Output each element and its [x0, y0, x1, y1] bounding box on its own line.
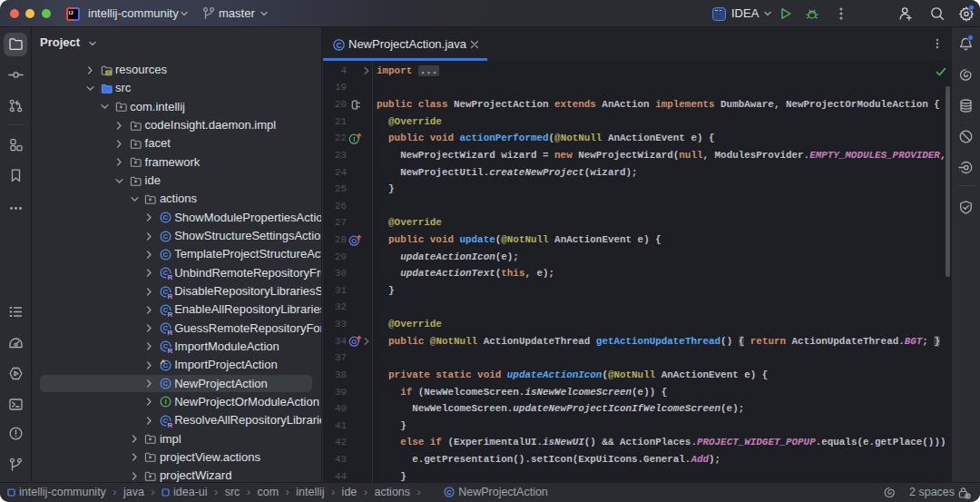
- svg-text:C: C: [162, 379, 168, 388]
- svg-text:C: C: [446, 488, 452, 497]
- svg-text:R: R: [167, 348, 172, 356]
- svg-text:I: I: [353, 135, 355, 143]
- svg-text:R: R: [167, 329, 172, 337]
- svg-text:R: R: [167, 292, 172, 300]
- svg-text:O: O: [351, 237, 357, 245]
- svg-text:I: I: [164, 399, 166, 407]
- svg-text:C: C: [336, 41, 341, 50]
- svg-text:R: R: [167, 273, 172, 281]
- svg-text:C: C: [162, 213, 168, 221]
- svg-text:C: C: [162, 361, 168, 369]
- svg-text:C: C: [162, 232, 168, 241]
- svg-text:C: C: [162, 251, 168, 259]
- svg-text:R: R: [167, 310, 172, 319]
- svg-text:R: R: [167, 421, 172, 429]
- svg-text:O: O: [351, 338, 357, 346]
